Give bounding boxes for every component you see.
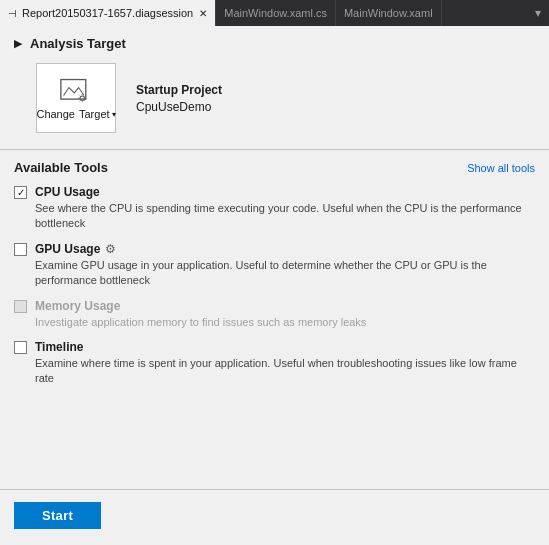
timeline-name-row: Timeline	[35, 340, 535, 354]
start-button[interactable]: Start	[14, 502, 101, 529]
available-tools-title: Available Tools	[14, 160, 108, 175]
timeline-checkbox[interactable]	[14, 341, 27, 354]
memory-usage-checkbox-area	[14, 299, 27, 313]
cpu-usage-checkbox-area[interactable]	[14, 185, 27, 199]
timeline-info: Timeline Examine where time is spent in …	[35, 340, 535, 387]
gpu-usage-desc: Examine GPU usage in your application. U…	[35, 258, 535, 289]
pin-icon: ⊣	[8, 8, 17, 19]
collapse-arrow-icon[interactable]: ▶	[14, 37, 22, 50]
tab-mainxaml[interactable]: MainWindow.xaml	[336, 0, 442, 26]
timeline-name: Timeline	[35, 340, 83, 354]
tab-bar: ⊣ Report20150317-1657.diagsession ✕ Main…	[0, 0, 549, 26]
cpu-usage-desc: See where the CPU is spending time execu…	[35, 201, 535, 232]
startup-label: Startup Project	[136, 83, 222, 97]
analysis-target-header: ▶ Analysis Target	[0, 26, 549, 59]
start-area: Start	[0, 489, 549, 545]
gpu-usage-name: GPU Usage	[35, 242, 100, 256]
cpu-usage-name-row: CPU Usage	[35, 185, 535, 199]
cpu-usage-checkbox[interactable]	[14, 186, 27, 199]
main-content: ▶ Analysis Target Change Target ▾	[0, 26, 549, 545]
change-target-label: Change Target ▾	[36, 108, 115, 120]
tab-label: Report20150317-1657.diagsession	[22, 7, 193, 19]
timeline-checkbox-area[interactable]	[14, 340, 27, 354]
tab-mainxamlcs[interactable]: MainWindow.xaml.cs	[216, 0, 336, 26]
change-target-button[interactable]: Change Target ▾	[36, 63, 116, 133]
gpu-usage-checkbox[interactable]	[14, 243, 27, 256]
startup-info: Startup Project CpuUseDemo	[136, 83, 222, 114]
gpu-usage-name-row: GPU Usage ⚙	[35, 242, 535, 256]
tab-overflow-button[interactable]: ▾	[527, 6, 549, 20]
gpu-usage-checkbox-area[interactable]	[14, 242, 27, 256]
tab-diagsession[interactable]: ⊣ Report20150317-1657.diagsession ✕	[0, 0, 216, 26]
memory-usage-desc: Investigate application memory to find i…	[35, 315, 535, 330]
tool-item-timeline: Timeline Examine where time is spent in …	[14, 340, 535, 387]
tools-header: Available Tools Show all tools	[14, 160, 535, 175]
change-target-icon	[60, 78, 92, 106]
gpu-usage-info: GPU Usage ⚙ Examine GPU usage in your ap…	[35, 242, 535, 289]
gpu-gear-icon[interactable]: ⚙	[105, 242, 116, 256]
close-icon[interactable]: ✕	[199, 8, 207, 19]
tab-label: MainWindow.xaml.cs	[224, 7, 327, 19]
memory-usage-name-row: Memory Usage	[35, 299, 535, 313]
tool-item-cpu-usage: CPU Usage See where the CPU is spending …	[14, 185, 535, 232]
cpu-usage-name: CPU Usage	[35, 185, 100, 199]
show-all-tools-link[interactable]: Show all tools	[467, 162, 535, 174]
memory-usage-checkbox	[14, 300, 27, 313]
tool-item-gpu-usage: GPU Usage ⚙ Examine GPU usage in your ap…	[14, 242, 535, 289]
available-tools-section: Available Tools Show all tools CPU Usage…	[0, 150, 549, 405]
memory-usage-name: Memory Usage	[35, 299, 120, 313]
cpu-usage-info: CPU Usage See where the CPU is spending …	[35, 185, 535, 232]
tool-item-memory-usage: Memory Usage Investigate application mem…	[14, 299, 535, 330]
startup-value: CpuUseDemo	[136, 100, 222, 114]
tab-label: MainWindow.xaml	[344, 7, 433, 19]
analysis-target-content: Change Target ▾ Startup Project CpuUseDe…	[0, 59, 549, 149]
dropdown-arrow-icon: ▾	[112, 110, 116, 119]
memory-usage-info: Memory Usage Investigate application mem…	[35, 299, 535, 330]
analysis-target-title: Analysis Target	[30, 36, 126, 51]
timeline-desc: Examine where time is spent in your appl…	[35, 356, 535, 387]
